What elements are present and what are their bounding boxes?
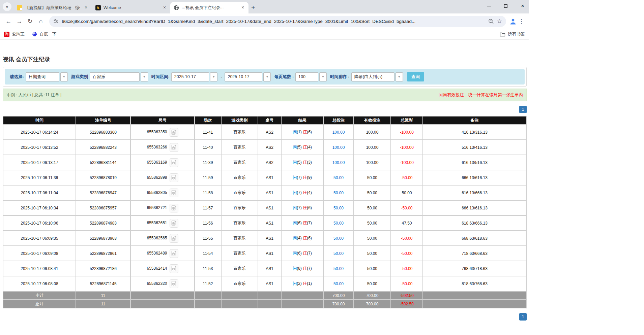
per-page-select[interactable]: 100 ▼ xyxy=(295,72,327,81)
video-replay-button[interactable] xyxy=(170,264,178,273)
tab-close-icon[interactable]: × xyxy=(162,5,168,11)
dropdown-arrow-icon[interactable]: ▼ xyxy=(263,72,271,81)
cell-payout: 47.50 xyxy=(391,216,422,230)
search-button[interactable]: 查询 xyxy=(407,72,424,81)
new-tab-button[interactable]: + xyxy=(251,4,255,11)
total-bet-link[interactable]: 50.00 xyxy=(333,191,344,195)
video-replay-button[interactable] xyxy=(170,143,178,152)
date-start-select[interactable]: 2025-10-17 ▼ xyxy=(171,72,217,81)
cell-total-bet[interactable]: 100.00 xyxy=(324,140,353,155)
round-number: 655363350 xyxy=(147,130,167,134)
query-type-value[interactable]: 日期查询 xyxy=(26,72,59,81)
maximize-button[interactable] xyxy=(503,3,508,9)
site-settings-icon[interactable] xyxy=(53,19,59,24)
total-bet-link[interactable]: 50.00 xyxy=(333,281,344,286)
per-page-value[interactable]: 100 xyxy=(295,72,318,81)
filter-panel: 请选择: 日期查询 ▼ 游戏类别 百家乐 ▼ 时间区间: 2025-10-17 … xyxy=(3,67,527,87)
result-banker: 庄 xyxy=(303,190,307,195)
total-bet-link[interactable]: 50.00 xyxy=(333,175,344,180)
total-bet-link[interactable]: 50.00 xyxy=(333,266,344,271)
video-replay-button[interactable] xyxy=(170,173,178,182)
cell-total-bet[interactable]: 100.00 xyxy=(324,125,353,139)
cell-total-bet[interactable]: 50.00 xyxy=(324,201,353,215)
cell-result: 闲(7) 庄(6) xyxy=(282,201,323,215)
cell-total-bet[interactable]: 50.00 xyxy=(324,170,353,185)
total-bet-link[interactable]: 100.00 xyxy=(332,160,345,165)
cell-session: 11-39 xyxy=(195,155,221,170)
all-bookmarks-button[interactable]: 所有书签 xyxy=(500,31,525,37)
dropdown-arrow-icon[interactable]: ▼ xyxy=(141,72,148,81)
back-button[interactable]: ← xyxy=(3,18,13,25)
cell-remark: 516.13/416.13 xyxy=(423,140,526,155)
video-replay-button[interactable] xyxy=(170,128,178,137)
home-button[interactable]: ⌂ xyxy=(36,18,46,25)
address-bar[interactable]: 66cxkj98.com/game/betrecord_search/kind3… xyxy=(49,16,506,27)
total-bet-link[interactable]: 100.00 xyxy=(332,130,345,135)
cell-total-bet[interactable]: 50.00 xyxy=(324,216,353,230)
tab-close-icon[interactable]: × xyxy=(83,5,89,11)
sort-select[interactable]: 降幂(由大到小) ▼ xyxy=(351,72,403,81)
bookmark-star-icon[interactable]: ☆ xyxy=(497,18,502,25)
cell-total-bet[interactable]: 50.00 xyxy=(324,276,353,291)
total-bet-link[interactable]: 100.00 xyxy=(332,145,345,150)
forward-button[interactable]: → xyxy=(14,18,24,25)
date-end-select[interactable]: 2025-10-17 ▼ xyxy=(225,72,271,81)
pagination-page-1-bottom[interactable]: 1 xyxy=(519,313,527,321)
reload-button[interactable]: ↻ xyxy=(25,18,35,25)
tab-search-button[interactable]: ∨ xyxy=(3,2,11,11)
url-text[interactable]: 66cxkj98.com/game/betrecord_search/kind3… xyxy=(62,19,485,24)
bookmark-baidu[interactable]: 百度一下 xyxy=(32,31,57,37)
pagination-page-1-top[interactable]: 1 xyxy=(519,106,527,113)
sort-value[interactable]: 降幂(由大到小) xyxy=(351,72,394,81)
total-bet-link[interactable]: 50.00 xyxy=(333,251,344,256)
game-category-select[interactable]: 百家乐 ▼ xyxy=(90,72,148,81)
cell-total-bet[interactable]: 50.00 xyxy=(324,186,353,200)
video-replay-button[interactable] xyxy=(170,158,178,167)
browser-menu-button[interactable]: ⋮ xyxy=(517,18,525,25)
cell-remark: 668.63/618.63 xyxy=(423,231,526,245)
cell-payout: -100.00 xyxy=(391,155,422,170)
video-replay-button[interactable] xyxy=(170,234,178,243)
tab-forum[interactable]: 【新提醒】海燕策略论坛 - 综合 × xyxy=(13,2,92,13)
cell-total-bet[interactable]: 50.00 xyxy=(324,261,353,276)
cell-total-bet[interactable]: 50.00 xyxy=(324,231,353,245)
result-banker-count: (9) xyxy=(307,175,312,180)
cell-remark: 768.63/718.63 xyxy=(423,261,526,276)
profile-avatar[interactable] xyxy=(509,18,517,25)
column-header-1: 注单编号 xyxy=(76,116,130,124)
minimize-button[interactable] xyxy=(486,3,492,9)
dropdown-arrow-icon[interactable]: ▼ xyxy=(210,72,217,81)
total-bet-link[interactable]: 50.00 xyxy=(333,206,344,210)
query-type-select[interactable]: 日期查询 ▼ xyxy=(26,72,68,81)
game-category-value[interactable]: 百家乐 xyxy=(90,72,140,81)
cell-session: 11-57 xyxy=(195,201,221,215)
close-button[interactable]: × xyxy=(520,3,525,9)
cell-payout: -50.00 xyxy=(391,261,422,276)
zoom-icon[interactable] xyxy=(488,19,494,24)
video-replay-button[interactable] xyxy=(170,279,178,288)
video-replay-button[interactable] xyxy=(170,249,178,258)
cell-total-bet[interactable]: 50.00 xyxy=(324,246,353,261)
cell-round-number: 655362805 xyxy=(131,186,194,200)
cell-total-bet[interactable]: 100.00 xyxy=(324,155,353,170)
date-start-value[interactable]: 2025-10-17 xyxy=(171,72,209,81)
total-bet-link[interactable]: 50.00 xyxy=(333,236,344,241)
date-end-value[interactable]: 2025-10-17 xyxy=(225,72,262,81)
cell-bet-number: 522896876947 xyxy=(76,186,130,200)
column-header-2: 局号 xyxy=(131,116,194,124)
cell-result: 闲(8) 庄(7) xyxy=(282,261,323,276)
summary-empty-cell xyxy=(258,300,281,308)
dropdown-arrow-icon[interactable]: ▼ xyxy=(396,72,403,81)
video-replay-button[interactable] xyxy=(170,189,178,197)
video-replay-button[interactable] xyxy=(170,204,178,212)
tab-bet-records-active[interactable]: :::视讯 会员下注纪录::: × xyxy=(170,2,248,13)
bookmark-taobao[interactable]: 淘 爱淘宝 xyxy=(4,31,25,37)
tab-close-icon[interactable]: × xyxy=(240,5,246,11)
tab-welcome[interactable]: ♞ Welcome × xyxy=(92,2,170,13)
cell-round-number: 655363169 xyxy=(131,155,194,170)
film-replay-icon xyxy=(171,220,176,226)
video-replay-button[interactable] xyxy=(170,219,178,228)
total-bet-link[interactable]: 50.00 xyxy=(333,221,344,226)
dropdown-arrow-icon[interactable]: ▼ xyxy=(60,72,68,81)
dropdown-arrow-icon[interactable]: ▼ xyxy=(319,72,327,81)
